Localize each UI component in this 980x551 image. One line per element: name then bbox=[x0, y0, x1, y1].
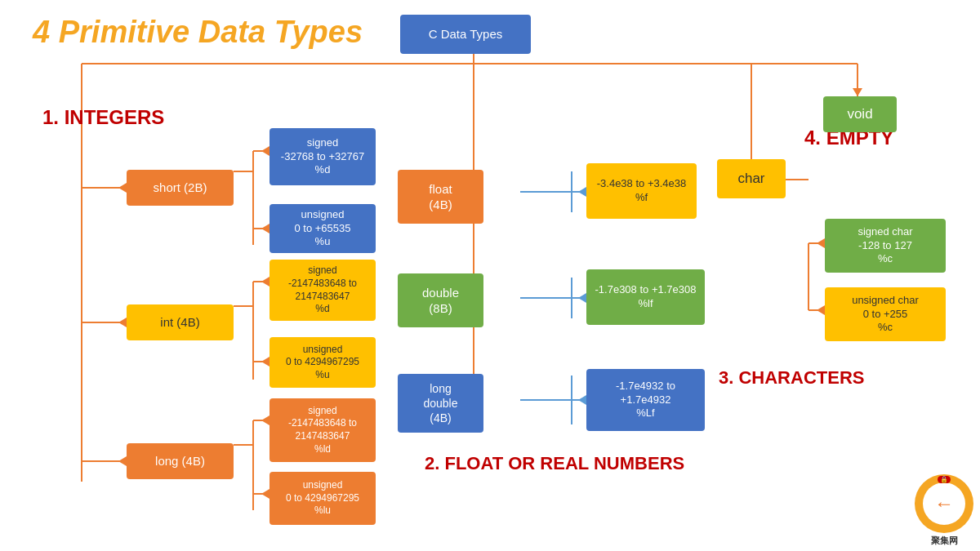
svg-marker-47 bbox=[261, 277, 270, 287]
root-box: C Data Types bbox=[400, 15, 531, 54]
svg-marker-52 bbox=[578, 187, 586, 197]
svg-marker-54 bbox=[578, 395, 586, 405]
double-node: double (8B) bbox=[398, 273, 483, 327]
short-signed-node: signed -32768 to +32767 %d bbox=[270, 128, 376, 185]
short-node: short (2B) bbox=[127, 170, 234, 206]
main-title: 4 Primitive Data Types bbox=[33, 15, 363, 50]
long-unsigned-node: unsigned 0 to 4294967295 %lu bbox=[270, 472, 376, 525]
longdouble-range-node: -1.7e4932 to +1.7e4932 %Lf bbox=[586, 369, 705, 431]
svg-marker-48 bbox=[261, 357, 270, 367]
unsigned-char-node: unsigned char 0 to +255 %c bbox=[825, 287, 946, 341]
char-node: char bbox=[717, 159, 786, 198]
svg-marker-49 bbox=[261, 415, 270, 425]
int-unsigned-node: unsigned 0 to 4294967295 %u bbox=[270, 337, 376, 388]
svg-marker-42 bbox=[118, 183, 127, 193]
void-node: void bbox=[823, 96, 897, 132]
float-range-node: -3.4e38 to +3.4e38 %f bbox=[586, 163, 697, 219]
svg-marker-55 bbox=[817, 238, 825, 248]
svg-marker-43 bbox=[118, 318, 127, 327]
svg-marker-50 bbox=[261, 489, 270, 499]
characters-label: 3. CHARACTERS bbox=[719, 367, 864, 389]
long-node: long (4B) bbox=[127, 443, 234, 479]
svg-marker-44 bbox=[118, 456, 127, 466]
svg-marker-53 bbox=[578, 293, 586, 303]
signed-char-node: signed char -128 to 127 %c bbox=[825, 219, 946, 273]
int-signed-node: signed -2147483648 to 2147483647 %d bbox=[270, 260, 376, 321]
float-node: float (4B) bbox=[398, 170, 483, 224]
int-node: int (4B) bbox=[127, 304, 234, 340]
svg-marker-46 bbox=[261, 224, 270, 233]
svg-marker-56 bbox=[817, 305, 825, 315]
longdouble-node: long double (4B) bbox=[398, 374, 483, 433]
watermark-lock: 🔒 bbox=[938, 476, 951, 483]
watermark-arrow: ← bbox=[923, 482, 965, 525]
svg-marker-51 bbox=[853, 88, 862, 96]
watermark-site: 聚集网 bbox=[931, 535, 958, 547]
double-range-node: -1.7e308 to +1.7e308 %lf bbox=[586, 269, 705, 325]
integers-label: 1. INTEGERS bbox=[42, 106, 164, 129]
svg-marker-45 bbox=[261, 146, 270, 156]
long-signed-node: signed -2147483648 to 2147483647 %ld bbox=[270, 398, 376, 462]
short-unsigned-node: unsigned 0 to +65535 %u bbox=[270, 204, 376, 253]
float-label: 2. FLOAT OR REAL NUMBERS bbox=[425, 453, 684, 474]
